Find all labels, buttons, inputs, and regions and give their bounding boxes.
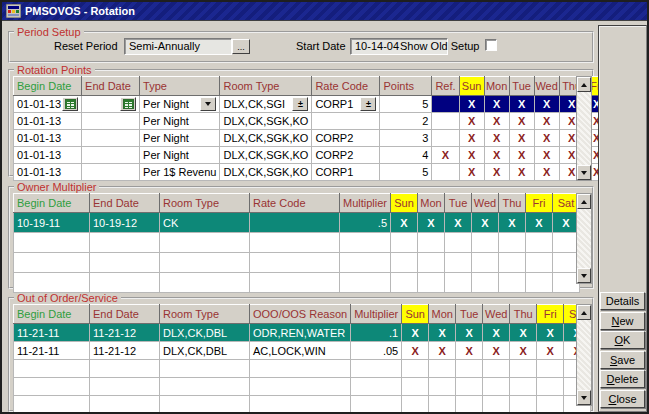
grid-cell[interactable]: DLX,CK,SGI±	[220, 96, 312, 113]
day-cell[interactable]: X	[509, 130, 534, 147]
day-cell[interactable]: X	[459, 113, 484, 130]
day-cell[interactable]: X	[484, 164, 509, 181]
day-cell[interactable]: X	[456, 342, 483, 360]
day-cell[interactable]	[499, 253, 526, 273]
grid-cell[interactable]: DLX,CK,DBL	[160, 324, 250, 342]
grid-cell[interactable]: Per Night	[140, 96, 220, 113]
day-cell[interactable]	[499, 273, 526, 293]
scroll-down-icon[interactable]	[577, 390, 591, 405]
dropdown-arrow-icon[interactable]	[200, 97, 216, 111]
grid-cell[interactable]: DLX,CK,SGK,KO	[220, 164, 312, 181]
day-cell[interactable]: X	[509, 147, 534, 164]
day-cell[interactable]: X	[445, 213, 472, 233]
grid-cell[interactable]	[250, 360, 351, 378]
day-cell[interactable]: X	[483, 342, 510, 360]
grid-cell[interactable]	[340, 253, 391, 273]
rotation-points-scrollbar[interactable]	[576, 76, 592, 181]
grid-cell[interactable]: 5	[380, 164, 432, 181]
grid-cell[interactable]	[90, 233, 160, 253]
grid-cell[interactable]	[14, 360, 90, 378]
grid-cell[interactable]	[160, 273, 250, 293]
new-button[interactable]: New	[600, 312, 645, 330]
day-cell[interactable]: X	[402, 342, 429, 360]
grid-cell[interactable]	[351, 378, 402, 396]
grid-cell[interactable]: 3	[380, 130, 432, 147]
day-cell[interactable]: X	[484, 113, 509, 130]
day-cell[interactable]: X	[534, 147, 559, 164]
grid-cell[interactable]	[160, 396, 250, 414]
grid-cell[interactable]: ODR,REN,WATER	[250, 324, 351, 342]
day-cell[interactable]: X	[534, 130, 559, 147]
day-cell[interactable]	[402, 378, 429, 396]
scroll-down-icon[interactable]	[577, 268, 591, 283]
show-old-setup-checkbox[interactable]	[485, 39, 497, 51]
day-cell[interactable]	[391, 233, 418, 253]
grid-cell[interactable]: CORP1	[312, 164, 380, 181]
grid-cell[interactable]	[250, 273, 340, 293]
grid-cell[interactable]: 11-21-12	[90, 324, 160, 342]
day-cell[interactable]	[526, 273, 553, 293]
grid-cell[interactable]	[14, 378, 90, 396]
day-cell[interactable]: X	[509, 113, 534, 130]
day-cell[interactable]	[499, 233, 526, 253]
day-cell[interactable]	[526, 253, 553, 273]
day-cell[interactable]: X	[429, 342, 456, 360]
day-cell[interactable]: X	[472, 213, 499, 233]
day-cell[interactable]	[456, 360, 483, 378]
grid-cell[interactable]: DLX,CK,SGK,KO	[220, 113, 312, 130]
grid-cell[interactable]: 11-21-11	[14, 342, 90, 360]
day-cell[interactable]	[429, 396, 456, 414]
delete-button[interactable]: Delete	[600, 370, 645, 388]
grid-cell[interactable]	[432, 113, 459, 130]
grid-cell[interactable]: DLX,CK,SGK,KO	[220, 130, 312, 147]
grid-cell[interactable]: Per 1$ Revenu	[140, 164, 220, 181]
lov-icon[interactable]: ±	[292, 97, 308, 111]
day-cell[interactable]	[391, 253, 418, 273]
day-cell[interactable]: X	[509, 164, 534, 181]
grid-cell[interactable]	[82, 96, 140, 113]
grid-cell[interactable]	[432, 96, 459, 113]
grid-cell[interactable]: Per Night	[140, 130, 220, 147]
grid-cell[interactable]: 10-19-12	[90, 213, 160, 233]
grid-cell[interactable]: .05	[351, 342, 402, 360]
grid-cell[interactable]	[90, 253, 160, 273]
grid-cell[interactable]	[351, 396, 402, 414]
day-cell[interactable]	[483, 360, 510, 378]
grid-cell[interactable]: 01-01-13	[14, 130, 82, 147]
day-cell[interactable]: X	[537, 324, 564, 342]
grid-cell[interactable]	[82, 164, 140, 181]
day-cell[interactable]: X	[510, 324, 537, 342]
grid-cell[interactable]: X	[432, 147, 459, 164]
ok-button[interactable]: OK	[600, 331, 645, 349]
grid-cell[interactable]: CK	[160, 213, 250, 233]
grid-cell[interactable]: DLX,CK,SGK,KO	[220, 147, 312, 164]
grid-cell[interactable]	[160, 233, 250, 253]
grid-cell[interactable]: DLX,CK,DBL	[160, 342, 250, 360]
grid-cell[interactable]	[250, 253, 340, 273]
day-cell[interactable]: X	[510, 342, 537, 360]
grid-cell[interactable]: Per Night	[140, 113, 220, 130]
grid-cell[interactable]: 01-01-13	[14, 113, 82, 130]
grid-cell[interactable]: 01-01-13	[14, 96, 82, 113]
day-cell[interactable]	[418, 273, 445, 293]
reset-period-field[interactable]: Semi-Annually	[124, 38, 232, 55]
grid-cell[interactable]: .1	[351, 324, 402, 342]
grid-cell[interactable]: 01-01-13	[14, 147, 82, 164]
day-cell[interactable]	[429, 378, 456, 396]
grid-cell[interactable]: 4	[380, 147, 432, 164]
grid-cell[interactable]	[340, 233, 391, 253]
grid-cell[interactable]: 11-21-11	[14, 324, 90, 342]
day-cell[interactable]	[483, 378, 510, 396]
grid-cell[interactable]	[312, 113, 380, 130]
scroll-up-icon[interactable]	[577, 77, 591, 92]
grid-cell[interactable]	[14, 396, 90, 414]
day-cell[interactable]	[429, 360, 456, 378]
scroll-track[interactable]	[577, 209, 591, 268]
grid-cell[interactable]	[14, 253, 90, 273]
details-button[interactable]: Details	[600, 292, 645, 310]
day-cell[interactable]: X	[484, 130, 509, 147]
out-of-order-scrollbar[interactable]	[576, 304, 592, 406]
grid-cell[interactable]: .5	[340, 213, 391, 233]
day-cell[interactable]	[510, 360, 537, 378]
grid-cell[interactable]	[90, 396, 160, 414]
